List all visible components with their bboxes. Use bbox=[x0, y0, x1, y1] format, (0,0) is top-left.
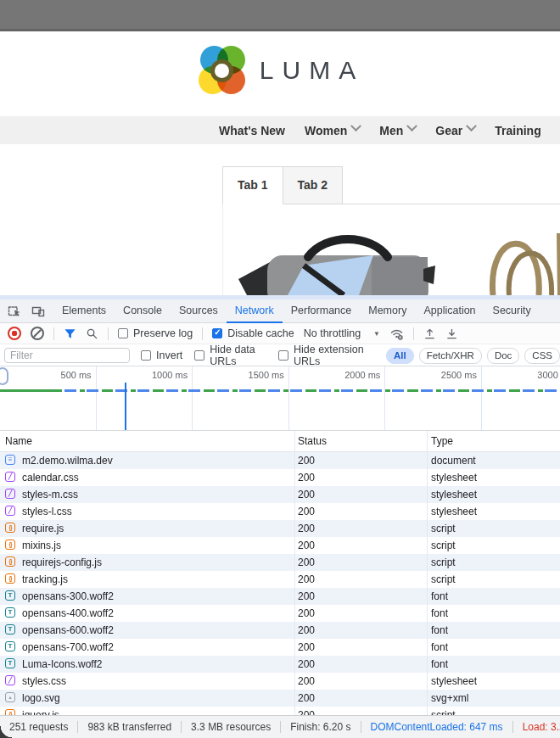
request-type-pill[interactable]: All bbox=[386, 348, 414, 364]
filter-input[interactable] bbox=[4, 348, 130, 363]
timeline-tick: 2500 ms bbox=[385, 366, 482, 430]
request-type-icon bbox=[5, 692, 15, 702]
filter-checkbox-group[interactable]: Invert bbox=[141, 345, 182, 366]
devtools-tab[interactable]: Application bbox=[415, 299, 484, 323]
screen: LUMA What's New Women Men bbox=[0, 0, 560, 738]
request-type-icon bbox=[5, 709, 15, 715]
timeline-tick-label: 2500 ms bbox=[441, 370, 477, 380]
toolbar-divider bbox=[202, 327, 203, 340]
request-status: 200 bbox=[298, 605, 315, 622]
product-tabs-area: Tab 1 Tab 2 bbox=[0, 166, 560, 295]
request-status: 200 bbox=[298, 656, 315, 673]
overview-left-handle[interactable] bbox=[0, 367, 8, 385]
table-row[interactable]: opensans-400.woff2 200 font bbox=[0, 605, 560, 622]
network-request-table: Name Status Type m2.demo.wilma.dev 200 d… bbox=[0, 431, 560, 715]
request-status: 200 bbox=[298, 690, 315, 707]
devtools-tab-label: Memory bbox=[368, 305, 406, 316]
column-divider[interactable] bbox=[427, 431, 428, 715]
table-row[interactable]: mixins.js 200 script bbox=[0, 537, 560, 554]
status-bar-item: 983 kB transferred bbox=[78, 721, 182, 733]
devtools-tab[interactable]: Console bbox=[115, 299, 171, 323]
request-status: 200 bbox=[298, 554, 315, 571]
luma-logo[interactable]: LUMA bbox=[0, 46, 560, 95]
request-type-pill-label: CSS bbox=[532, 350, 552, 361]
request-type: script bbox=[431, 571, 456, 588]
request-type: script bbox=[431, 537, 456, 554]
record-network-log-icon[interactable] bbox=[8, 327, 21, 340]
column-header-name[interactable]: Name bbox=[5, 435, 32, 447]
preserve-log-checkbox[interactable] bbox=[118, 328, 128, 338]
product-tab[interactable]: Tab 1 bbox=[222, 166, 283, 204]
product-tab[interactable]: Tab 2 bbox=[283, 166, 344, 204]
table-row[interactable]: opensans-700.woff2 200 font bbox=[0, 639, 560, 656]
table-header: Name Status Type bbox=[0, 431, 560, 452]
request-status: 200 bbox=[298, 452, 315, 469]
request-type-pill[interactable]: CSS bbox=[524, 348, 560, 364]
table-row[interactable]: require.js 200 script bbox=[0, 520, 560, 537]
filter-checkbox[interactable] bbox=[278, 350, 288, 361]
request-type: font bbox=[431, 605, 448, 622]
export-har-icon[interactable] bbox=[445, 327, 458, 340]
table-row[interactable]: requirejs-config.js 200 script bbox=[0, 554, 560, 571]
devtools-tab[interactable]: Security bbox=[484, 299, 540, 323]
screen-corner bbox=[0, 726, 12, 738]
request-type-icon bbox=[5, 624, 15, 635]
filter-checkbox[interactable] bbox=[194, 350, 204, 361]
nav-item[interactable]: Men bbox=[379, 124, 416, 137]
status-bar-item-text: 251 requests bbox=[9, 721, 68, 733]
request-type-pills: All Fetch/XHR Doc CSS bbox=[386, 348, 560, 364]
table-row[interactable]: tracking.js 200 script bbox=[0, 571, 560, 588]
disable-cache-checkbox[interactable] bbox=[212, 328, 222, 338]
device-toolbar-icon[interactable] bbox=[31, 305, 45, 318]
table-row[interactable]: styles.css 200 stylesheet bbox=[0, 673, 560, 690]
devtools-tab[interactable]: Performance bbox=[283, 299, 361, 323]
devtools-tab-label: Elements bbox=[62, 305, 106, 316]
devtools-tab[interactable]: Memory bbox=[360, 299, 415, 323]
preserve-log-toggle[interactable]: Preserve log bbox=[118, 327, 193, 339]
devtools-tab-label: Console bbox=[123, 305, 162, 316]
nav-item[interactable]: Women bbox=[305, 124, 360, 137]
table-row[interactable]: styles-l.css 200 stylesheet bbox=[0, 503, 560, 520]
clear-network-log-icon[interactable] bbox=[31, 327, 44, 340]
nav-item[interactable]: Training bbox=[495, 124, 540, 137]
disable-cache-toggle[interactable]: Disable cache bbox=[212, 327, 294, 339]
request-status: 200 bbox=[298, 537, 315, 554]
column-header-status[interactable]: Status bbox=[298, 435, 327, 447]
request-type-pill[interactable]: Fetch/XHR bbox=[419, 348, 482, 364]
chevron-down-icon bbox=[350, 120, 361, 131]
search-icon[interactable] bbox=[86, 327, 98, 340]
store-header: LUMA bbox=[0, 34, 560, 116]
table-row[interactable]: logo.svg 200 svg+xml bbox=[0, 690, 560, 707]
filter-checkbox[interactable] bbox=[141, 350, 151, 361]
table-row[interactable]: jquery.js 200 script bbox=[0, 707, 560, 715]
request-status: 200 bbox=[298, 469, 315, 486]
devtools-tab[interactable]: Sources bbox=[171, 299, 227, 323]
throttling-value: No throttling bbox=[304, 327, 361, 339]
table-row[interactable]: Luma-Icons.woff2 200 font bbox=[0, 656, 560, 673]
import-har-icon[interactable] bbox=[423, 327, 436, 340]
devtools-tab[interactable]: Elements bbox=[53, 299, 115, 323]
request-name: m2.demo.wilma.dev bbox=[22, 452, 113, 469]
network-overview[interactable]: 500 ms 1000 ms 1500 ms 2000 ms bbox=[0, 366, 560, 431]
table-row[interactable]: m2.demo.wilma.dev 200 document bbox=[0, 452, 560, 469]
filter-icon[interactable] bbox=[64, 327, 76, 340]
devtools-tab[interactable]: Network bbox=[227, 299, 283, 323]
request-name: require.js bbox=[22, 520, 64, 537]
nav-item[interactable]: What's New bbox=[219, 124, 285, 137]
store-nav-items: What's New Women Men Gear bbox=[219, 116, 541, 144]
throttling-select[interactable]: No throttling ▼ bbox=[304, 327, 380, 339]
column-header-type[interactable]: Type bbox=[431, 435, 453, 447]
filter-checkbox-group[interactable]: Hide data URLs bbox=[194, 345, 266, 366]
column-divider[interactable] bbox=[294, 431, 295, 715]
request-type-pill[interactable]: Doc bbox=[487, 348, 519, 364]
table-row[interactable]: opensans-600.woff2 200 font bbox=[0, 622, 560, 639]
filter-checkbox-group[interactable]: Hide extension URLs bbox=[278, 345, 370, 366]
inspect-element-icon[interactable] bbox=[8, 305, 21, 318]
network-conditions-icon[interactable] bbox=[389, 327, 404, 341]
table-row[interactable]: opensans-300.woff2 200 font bbox=[0, 588, 560, 605]
request-type-icon bbox=[5, 489, 15, 499]
timeline-tick-label: 3000 ms bbox=[537, 370, 560, 380]
table-row[interactable]: styles-m.css 200 stylesheet bbox=[0, 486, 560, 503]
nav-item[interactable]: Gear bbox=[435, 124, 475, 137]
table-row[interactable]: calendar.css 200 stylesheet bbox=[0, 469, 560, 486]
